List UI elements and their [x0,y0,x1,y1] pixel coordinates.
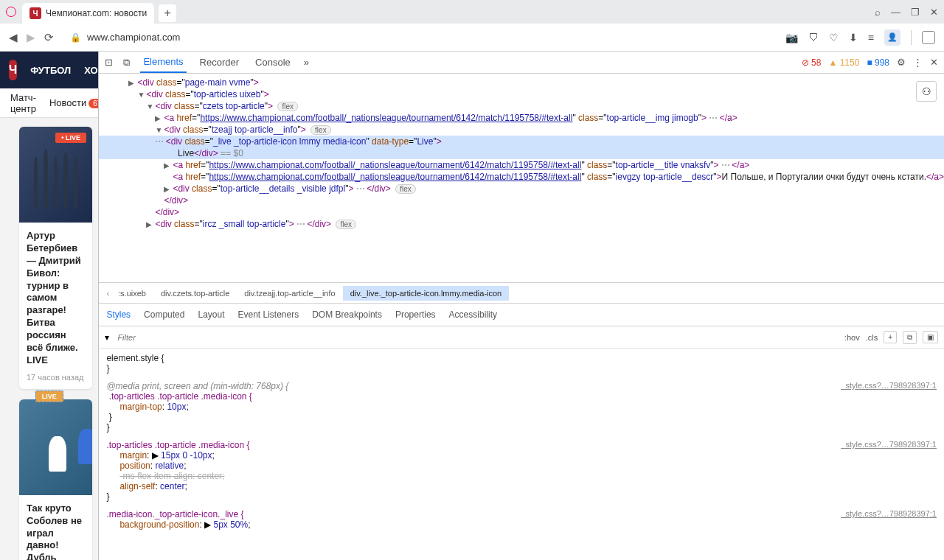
tab-console[interactable]: Console [252,52,294,72]
tab-layout[interactable]: Layout [198,309,224,320]
close-icon[interactable]: ✕ [930,7,938,18]
tab-dombp[interactable]: DOM Breakpoints [312,309,382,320]
side-title-1: Артур Бетербиев — Дмитрий Бивол: турнир … [27,230,85,367]
tab-styles[interactable]: Styles [106,309,131,320]
error-count[interactable]: ⊘ 58 [802,57,822,68]
styles-tabs: Styles Computed Layout Event Listeners D… [99,303,944,326]
add-button[interactable]: + [884,331,897,343]
hov-button[interactable]: :hov [844,333,860,342]
rule-source[interactable]: _style.css?…798928397:1 [841,381,937,390]
warning-count[interactable]: ▲ 1150 [828,57,859,68]
gear-icon[interactable]: ⚙ [897,57,906,68]
search-icon[interactable]: ⌕ [875,7,881,18]
elements-tree[interactable]: ⚇ ▶<div class="page-main vvme"> ▼<div cl… [99,74,944,282]
info-count[interactable]: ■ 998 [867,57,889,68]
inspect-icon[interactable]: ⊡ [105,57,113,68]
download-icon[interactable]: ⬇ [849,32,858,43]
close-devtools-icon[interactable]: ✕ [930,57,938,68]
side-image-2 [19,399,92,495]
site-header: Ч ФУТБОЛ ХОККЕЙ ТЕННИС БИВОЛ — БЕТЕРБИЕВ… [0,52,98,88]
favicon: Ч [30,7,41,19]
live-inspect-badge: LIVE [35,391,63,402]
opera-icon [6,7,16,17]
device-icon[interactable]: ⧉ [123,57,130,69]
live-badge: • LIVE [55,133,86,143]
divider [911,30,912,45]
browser-tab[interactable]: Ч Чемпионат.com: новости [22,3,154,24]
side-article-2[interactable]: Так круто Соболев не играл давно! Дубль … [19,399,92,560]
new-tab-button[interactable]: + [159,4,176,22]
back-button[interactable]: ◀ [9,31,18,44]
rule-source[interactable]: _style.css?…798928397:1 [841,440,937,449]
forward-button[interactable]: ▶ [27,31,35,44]
element-style: element.style { [106,353,164,363]
crumb-item[interactable]: :s.uixeb [111,286,153,301]
site-logo[interactable]: Ч [9,60,17,80]
side-image-1: • LIVE [19,127,92,223]
tab-a11y[interactable]: Accessibility [449,309,497,320]
devtools-panel: ⊡ ⧉ Elements Recorder Console » ⊘ 58 ▲ 1… [98,52,944,560]
minimize-icon[interactable]: — [891,7,900,18]
profile-button[interactable]: 👤 [884,29,900,46]
cls-button[interactable]: .cls [866,333,878,342]
subnav: Матч-центр Новости67 Топ-матчи Билеты Ви… [0,88,98,118]
tab-title: Чемпионат.com: новости [46,8,147,18]
subnav-news[interactable]: Новости67 [49,97,98,108]
tab-computed[interactable]: Computed [144,309,184,320]
browser-titlebar: Ч Чемпионат.com: новости + ⌕ — ❐ ✕ [0,0,944,24]
crumb-item[interactable]: div.tzeajj.top-article__info [237,286,342,301]
subnav-matchcenter[interactable]: Матч-центр [10,92,36,114]
side-title-2: Так круто Соболев не играл давно! Дубль … [27,503,85,560]
side-article-1[interactable]: • LIVE Артур Бетербиев — Дмитрий Бивол: … [19,127,92,389]
news-badge: 67 [88,99,98,108]
menu-icon[interactable]: ≡ [868,32,874,43]
tab-props[interactable]: Properties [395,309,436,320]
breadcrumb[interactable]: ‹ :s.uixeb div.czets.top-article div.tze… [99,282,944,303]
extensions-icon[interactable] [922,31,935,44]
styles-pane[interactable]: element.style { } _style.css?…798928397:… [99,349,944,560]
lock-icon: 🔒 [70,32,81,43]
url-text: www.championat.com [87,32,180,43]
kebab-icon[interactable]: ⋮ [913,57,923,68]
filter-icon: ▾ [105,332,109,343]
crumb-left-icon[interactable]: ‹ [105,289,111,298]
camera-icon[interactable]: 📷 [785,32,798,43]
reload-button[interactable]: ⟳ [44,31,54,44]
maximize-icon[interactable]: ❐ [911,7,920,18]
more-tabs-icon[interactable]: » [304,57,309,68]
url-field[interactable]: 🔒 www.championat.com [63,29,777,46]
rule-source[interactable]: _style.css?…798928397:1 [841,509,937,518]
selected-element[interactable]: ⋯ <div class="_live _top-article-icon lm… [99,136,944,147]
crumb-item[interactable]: div.czets.top-article [153,286,237,301]
tab-elements[interactable]: Elements [140,52,186,73]
tab-events[interactable]: Event Listeners [237,309,299,320]
crumb-item-active[interactable]: div._live._top-article-icon.lmmy.media-i… [343,286,510,301]
page-content: Ч ФУТБОЛ ХОККЕЙ ТЕННИС БИВОЛ — БЕТЕРБИЕВ… [0,52,98,560]
shield-icon[interactable]: ⛉ [808,32,819,43]
nav-football[interactable]: ФУТБОЛ [30,65,71,76]
heart-icon[interactable]: ♡ [829,32,839,43]
nav-hockey[interactable]: ХОККЕЙ [84,65,98,76]
copy-styles-icon[interactable]: ⧉ [903,331,917,344]
filter-row: ▾ :hov .cls + ⧉ ▣ [99,326,944,349]
side-time-1: 17 часов назад [27,373,83,382]
address-bar: ◀ ▶ ⟳ 🔒 www.championat.com 📷 ⛉ ♡ ⬇ ≡ 👤 [0,24,944,52]
tab-recorder[interactable]: Recorder [197,52,242,72]
filter-input[interactable] [115,331,838,344]
devtools-toolbar: ⊡ ⧉ Elements Recorder Console » ⊘ 58 ▲ 1… [99,52,944,74]
accessibility-icon[interactable]: ⚇ [916,81,937,102]
box-model-icon[interactable]: ▣ [923,331,938,343]
